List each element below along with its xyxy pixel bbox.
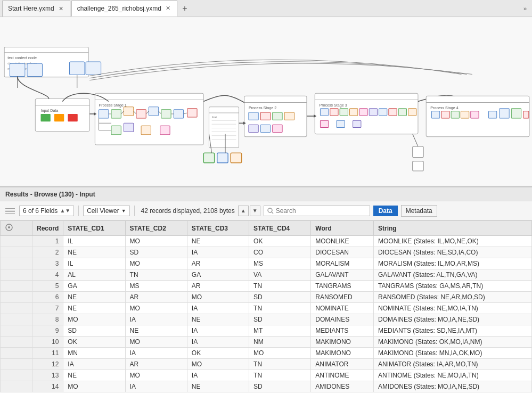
- svg-rect-92: [488, 111, 496, 118]
- cell-3: SD: [249, 292, 311, 303]
- table-row[interactable]: 10OKMOIANMMAKIMONOMAKIMONO (States: OK,M…: [1, 337, 532, 348]
- cell-1: SD: [125, 247, 187, 258]
- cell-2: AR: [187, 281, 249, 292]
- cell-4: MORALISM: [311, 258, 374, 269]
- cell-5: DIOCESAN (States: NE,SD,IA,CO): [374, 247, 532, 258]
- svg-rect-24: [136, 110, 146, 118]
- cell-4: ANTINOME: [311, 370, 374, 381]
- cell-5: MAKIMONO (States: OK,MO,IA,NM): [374, 337, 532, 348]
- table-row[interactable]: 3ILMOARMSMORALISMMORALISM (States: IL,MO…: [1, 258, 532, 269]
- sort-up-button[interactable]: ▲: [238, 206, 249, 216]
- table-row[interactable]: 13NEMOIATNANTINOMEANTINOME (States: NE,M…: [1, 370, 532, 381]
- cell-3: CO: [249, 247, 311, 258]
- tab-start-here[interactable]: Start Here.yxmd ✕: [2, 1, 70, 17]
- cell-0: OK: [63, 337, 125, 348]
- table-row[interactable]: 9SDNEIAMTMEDIANTSMEDIANTS (States: SD,NE…: [1, 325, 532, 337]
- row-num: 1: [32, 236, 63, 247]
- col-header-state2: STATE_CD2: [125, 221, 187, 236]
- table-row[interactable]: 4ALTNGAVAGALAVANTGALAVANT (States: AL,TN…: [1, 269, 532, 281]
- row-num: 3: [32, 258, 63, 269]
- svg-text:Process Stage 4: Process Stage 4: [430, 106, 458, 110]
- cell-2: AR: [187, 258, 249, 269]
- cell-1: MS: [125, 281, 187, 292]
- data-button[interactable]: Data: [373, 206, 398, 216]
- search-icon: [267, 208, 274, 214]
- drag-handle[interactable]: [4, 207, 16, 215]
- separator-1: [78, 206, 79, 216]
- svg-text:Process Stage 1: Process Stage 1: [99, 103, 127, 108]
- cell-3: TN: [249, 359, 311, 370]
- svg-line-105: [272, 212, 273, 214]
- tab-close-1[interactable]: ✕: [58, 5, 64, 13]
- row-icon-cell: [1, 337, 32, 348]
- cell-0: IA: [63, 359, 125, 370]
- cell-5: AMIDONES (States: MO,IA,NE,SD): [374, 381, 532, 392]
- results-panel: Results - Browse (130) - Input 6 of 6 Fi…: [0, 187, 532, 410]
- svg-rect-26: [161, 110, 171, 118]
- svg-rect-72: [349, 109, 357, 116]
- table-row[interactable]: 7NEMOIATNNOMINATENOMINATE (States: NE,MO…: [1, 303, 532, 314]
- search-box[interactable]: [264, 206, 370, 216]
- table-row[interactable]: 6NEARMOSDRANSOMEDRANSOMED (States: NE,AR…: [1, 292, 532, 303]
- metadata-button[interactable]: Metadata: [401, 205, 437, 217]
- row-num: 7: [32, 303, 63, 314]
- svg-rect-63: [273, 125, 282, 132]
- cell-1: IA: [125, 381, 187, 392]
- svg-rect-15: [40, 114, 50, 121]
- cell-1: MO: [125, 370, 187, 381]
- fields-selector[interactable]: 6 of 6 Fields ▲▼: [19, 206, 74, 216]
- sort-down-button[interactable]: ▼: [250, 206, 260, 216]
- cell-0: MN: [63, 348, 125, 359]
- cell-2: NE: [187, 381, 249, 392]
- cell-4: AMIDONES: [311, 381, 374, 392]
- cell-4: DIOCESAN: [311, 247, 374, 258]
- svg-rect-76: [389, 109, 397, 116]
- svg-rect-87: [431, 111, 439, 118]
- table-row[interactable]: 2NESDIACODIOCESANDIOCESAN (States: NE,SD…: [1, 247, 532, 258]
- row-num: 12: [32, 359, 63, 370]
- table-container: Record STATE_CD1 STATE_CD2 STATE_CD3 STA…: [0, 220, 532, 410]
- cell-3: TN: [249, 303, 311, 314]
- cell-0: GA: [63, 281, 125, 292]
- search-input[interactable]: [276, 207, 366, 215]
- svg-rect-18: [95, 93, 203, 145]
- cell-1: MO: [125, 258, 187, 269]
- cell-4: NOMINATE: [311, 303, 374, 314]
- cell-0: MO: [63, 381, 125, 392]
- table-row[interactable]: 1ILMONEOKMOONLIKEMOONLIKE (States: IL,MO…: [1, 236, 532, 247]
- cell-5: NOMINATE (States: NE,MO,IA,TN): [374, 303, 532, 314]
- table-row[interactable]: 8MOIANESDDOMAINESDOMAINES (States: MO,IA…: [1, 314, 532, 325]
- svg-rect-91: [471, 111, 479, 118]
- svg-text:List: List: [212, 115, 217, 119]
- svg-rect-94: [511, 109, 521, 118]
- row-icon-cell: [1, 325, 32, 337]
- cell-1: MO: [125, 303, 187, 314]
- svg-rect-7: [27, 63, 43, 76]
- cell-1: IA: [125, 348, 187, 359]
- tab-challenge[interactable]: challenge_265_richobsj.yxmd ✕: [71, 1, 177, 17]
- table-row[interactable]: 5GAMSARTNTANGRAMSTANGRAMS (States: GA,MS…: [1, 281, 532, 292]
- col-header-icon: [1, 221, 32, 236]
- cell-3: TN: [249, 370, 311, 381]
- svg-rect-61: [249, 125, 258, 132]
- tab-close-2[interactable]: ✕: [165, 4, 171, 12]
- svg-rect-6: [10, 63, 25, 76]
- svg-text:Process Stage 2: Process Stage 2: [249, 106, 276, 110]
- cell-5: ANIMATOR (States: IA,AR,MO,TN): [374, 359, 532, 370]
- cell-0: IL: [63, 258, 125, 269]
- results-toolbar: 6 of 6 Fields ▲▼ Cell Viewer ▼ 42 record…: [0, 201, 532, 220]
- results-title: Results - Browse (130) - Input: [0, 187, 532, 201]
- tab-label: Start Here.yxmd: [8, 5, 54, 12]
- cell-viewer-label: Cell Viewer: [87, 207, 119, 215]
- svg-point-104: [268, 208, 272, 212]
- table-row[interactable]: 12IAARMOTNANIMATORANIMATOR (States: IA,A…: [1, 359, 532, 370]
- tab-overflow-button[interactable]: »: [520, 5, 530, 12]
- svg-rect-75: [379, 109, 387, 116]
- cell-viewer-button[interactable]: Cell Viewer ▼: [83, 206, 129, 216]
- cell-1: IA: [125, 314, 187, 325]
- table-row[interactable]: 11MNIAOKMOMAKIMONOMAKIMONO (States: MN,I…: [1, 348, 532, 359]
- table-row[interactable]: 14MOIANESDAMIDONESAMIDONES (States: MO,I…: [1, 381, 532, 392]
- svg-rect-27: [174, 110, 183, 118]
- tab-add-button[interactable]: +: [178, 2, 191, 15]
- cell-2: IA: [187, 303, 249, 314]
